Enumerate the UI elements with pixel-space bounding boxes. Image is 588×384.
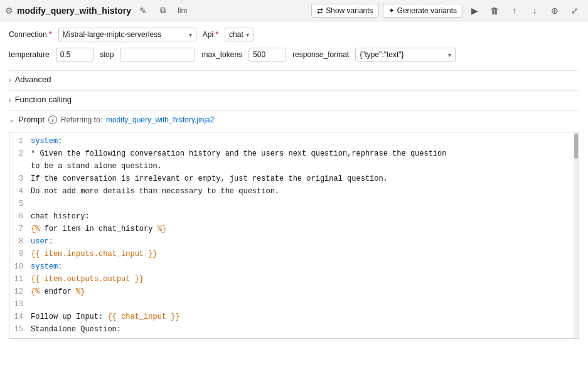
code-line: 9{{ item.inputs.chat_input }} — [9, 248, 579, 260]
line-number: 1 — [12, 135, 31, 147]
line-number: 4 — [12, 185, 31, 198]
code-line: 1system: — [9, 135, 579, 147]
advanced-section-title: Advanced — [15, 75, 51, 84]
show-variants-button[interactable]: ⇄ Show variants — [311, 4, 378, 18]
expand-icon: ⤢ — [571, 6, 579, 16]
line-content: user: — [31, 235, 53, 248]
stop-input[interactable] — [120, 48, 195, 61]
scrollbar-thumb[interactable] — [574, 134, 578, 159]
connection-label: Connection * — [9, 30, 52, 39]
prompt-section-header[interactable]: ⌄ Prompt i Referring to: modify_query_wi… — [9, 110, 579, 128]
code-line: 11{{ item.outputs.output }} — [9, 273, 579, 285]
referring-link[interactable]: modify_query_with_history.jinja2 — [106, 115, 215, 124]
delete-button[interactable]: 🗑 — [486, 3, 503, 19]
line-content: {{ item.inputs.chat_input }} — [31, 248, 158, 260]
line-number: 3 — [12, 173, 31, 185]
line-number: 15 — [12, 323, 31, 336]
down-icon: ↓ — [533, 6, 537, 16]
prompt-section-title: Prompt — [18, 115, 45, 124]
api-required: * — [215, 30, 218, 39]
prompt-chevron-icon: ⌄ — [9, 115, 14, 124]
copy-button[interactable]: ⧉ — [155, 3, 171, 19]
line-number: 11 — [12, 273, 31, 285]
stop-label: stop — [100, 50, 114, 59]
connection-row: Connection * Mistral-large-miptc-serverl… — [9, 28, 579, 41]
header-bar: ⚙ modify_query_with_history ✎ ⧉ llm ⇄ Sh… — [0, 0, 588, 21]
max-tokens-label: max_tokens — [201, 50, 242, 59]
generate-variants-icon: ✦ — [388, 6, 395, 15]
response-format-chevron-icon: ▾ — [448, 51, 451, 58]
advanced-section-header[interactable]: › Advanced — [9, 70, 579, 88]
line-content: system: — [31, 135, 62, 147]
line-content: Standalone Question: — [31, 323, 121, 336]
temperature-label: temperature — [9, 50, 50, 59]
move-up-button[interactable]: ↑ — [506, 3, 523, 19]
code-line: 10system: — [9, 260, 579, 273]
code-line: 6chat history: — [9, 210, 579, 223]
line-number: 9 — [12, 248, 31, 260]
line-content: {% for item in chat_history %} — [31, 223, 166, 235]
delete-icon: 🗑 — [490, 6, 499, 16]
advanced-section: › Advanced — [9, 70, 579, 88]
llm-badge: llm — [175, 5, 190, 16]
code-lines: 1system:2* Given the following conversat… — [9, 132, 579, 338]
connection-select[interactable]: Mistral-large-miptc-serverless ▾ — [58, 28, 196, 41]
expand-button[interactable]: ⤢ — [567, 3, 583, 19]
up-icon: ↑ — [513, 6, 517, 16]
line-content: Do not add more details than necessary t… — [31, 185, 279, 198]
show-variants-icon: ⇄ — [317, 6, 323, 15]
code-line: 13 — [9, 298, 579, 311]
scrollbar[interactable] — [574, 132, 579, 338]
referring-label: Referring to: — [61, 115, 102, 124]
line-number: 8 — [12, 235, 31, 248]
function-calling-section: › Function calling — [9, 90, 579, 108]
line-content: If the conversation is irrelevant or emp… — [31, 173, 388, 185]
connection-chevron-icon: ▾ — [189, 31, 192, 38]
code-line: 12{% endfor %} — [9, 285, 579, 298]
response-format-select[interactable]: {"type":"text"} ▾ — [355, 48, 456, 61]
line-content: system: — [31, 260, 62, 273]
code-line: 4Do not add more details than necessary … — [9, 185, 579, 198]
temperature-input[interactable] — [56, 48, 94, 61]
line-content: {% endfor %} — [31, 285, 85, 298]
line-number: 6 — [12, 210, 31, 223]
line-number: 12 — [12, 285, 31, 298]
prompt-info-icon: i — [48, 115, 57, 124]
api-select[interactable]: chat ▾ — [225, 28, 254, 41]
code-line: 3If the conversation is irrelevant or em… — [9, 173, 579, 185]
run-button[interactable]: ▶ — [466, 3, 483, 19]
target-icon: ⊕ — [551, 6, 559, 16]
code-line: 15Standalone Question: — [9, 323, 579, 336]
function-calling-section-header[interactable]: › Function calling — [9, 90, 579, 108]
settings-icon: ⚙ — [5, 6, 13, 16]
line-content: to be a stand alone question. — [31, 160, 162, 173]
max-tokens-input[interactable] — [249, 48, 286, 61]
line-content: {{ item.outputs.output }} — [31, 273, 144, 285]
target-button[interactable]: ⊕ — [547, 3, 563, 19]
copy-icon: ⧉ — [160, 5, 166, 16]
line-number: 13 — [12, 298, 31, 311]
prompt-section: ⌄ Prompt i Referring to: modify_query_wi… — [9, 110, 579, 339]
line-content: chat history: — [31, 210, 90, 223]
line-content: Follow up Input: {{ chat_input }} — [31, 311, 180, 323]
generate-variants-button[interactable]: ✦ Generate variants — [383, 4, 462, 18]
node-title: modify_query_with_history — [17, 6, 131, 16]
code-line: 2* Given the following conversation hist… — [9, 147, 579, 160]
move-down-button[interactable]: ↓ — [527, 3, 543, 19]
edit-title-button[interactable]: ✎ — [135, 3, 151, 19]
code-editor[interactable]: 1system:2* Given the following conversat… — [9, 132, 579, 339]
content-area: Connection * Mistral-large-miptc-serverl… — [0, 21, 588, 345]
advanced-chevron-icon: › — [9, 76, 11, 83]
run-icon: ▶ — [471, 6, 478, 16]
code-line: 7{% for item in chat_history %} — [9, 223, 579, 235]
code-line: 8user: — [9, 235, 579, 248]
function-calling-chevron-icon: › — [9, 96, 11, 104]
edit-icon: ✎ — [139, 6, 147, 16]
code-line: 5 — [9, 198, 579, 210]
api-label: Api * — [203, 30, 218, 39]
params-row: temperature stop max_tokens response_for… — [9, 48, 579, 61]
line-number: 14 — [12, 311, 31, 323]
code-line: to be a stand alone question. — [9, 160, 579, 173]
line-content: * Given the following conversation histo… — [31, 147, 447, 160]
line-number: 7 — [12, 223, 31, 235]
